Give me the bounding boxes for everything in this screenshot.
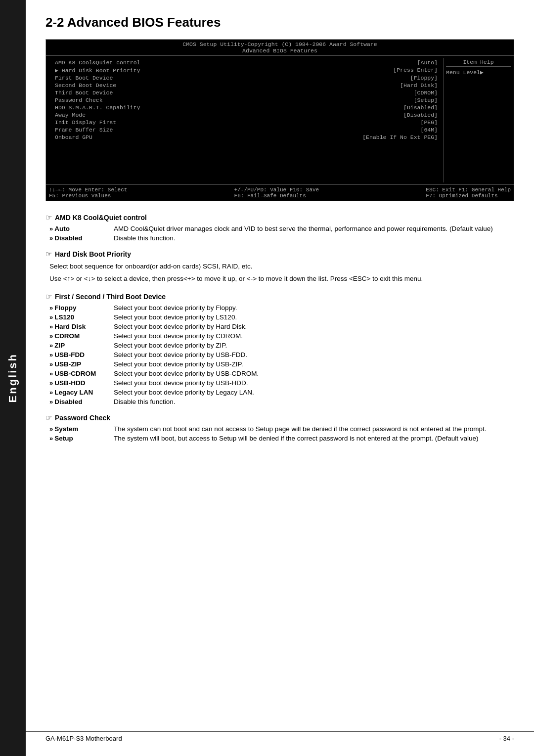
item-key: ZIP bbox=[49, 342, 114, 349]
item-val: The system will boot, but access to Setu… bbox=[114, 435, 514, 442]
bios-footer-line2-mid: F6: Fail-Safe Defaults bbox=[234, 193, 319, 199]
item-row: FloppySelect your boot device priority b… bbox=[49, 304, 514, 311]
section-boot-device: First / Second / Third Boot Device Flopp… bbox=[45, 292, 514, 405]
bios-footer: ↑↓→←: Move Enter: Select F5: Previous Va… bbox=[46, 184, 514, 201]
item-key: USB-CDROM bbox=[49, 370, 114, 377]
bios-row: HDD S.M.A.R.T. Capability[Disabled] bbox=[51, 104, 440, 111]
bios-footer-col3: ESC: Exit F1: General Help F7: Optimized… bbox=[426, 187, 511, 199]
item-key: Setup bbox=[49, 435, 114, 442]
item-row: CDROMSelect your boot device priority by… bbox=[49, 332, 514, 340]
bios-row-value: [Enable If No Ext PEG] bbox=[362, 134, 440, 140]
bios-header-line2: Advanced BIOS Features bbox=[46, 47, 514, 54]
bios-row: Password Check[Setup] bbox=[51, 96, 440, 104]
bios-header: CMOS Setup Utility-Copyright (C) 1984-20… bbox=[46, 40, 514, 56]
bios-row-label: HDD S.M.A.R.T. Capability bbox=[51, 104, 140, 111]
bios-row-value: [Setup] bbox=[414, 97, 440, 103]
item-key: USB-HDD bbox=[49, 379, 114, 387]
item-val: Select your boot device priority by USB-… bbox=[114, 360, 514, 368]
bios-row: Away Mode[Disabled] bbox=[51, 111, 440, 119]
bios-row-label: First Boot Device bbox=[51, 75, 113, 81]
bios-row: Second Boot Device[Hard Disk] bbox=[51, 82, 440, 89]
item-key: LS120 bbox=[49, 313, 114, 321]
item-val: AMD Cool&Quiet driver manages clock and … bbox=[114, 225, 514, 232]
item-val: Select your boot device priority by ZIP. bbox=[114, 342, 514, 349]
bios-row: Frame Buffer Size[64M] bbox=[51, 126, 440, 133]
item-key: Floppy bbox=[49, 304, 114, 311]
item-val: Select your boot device priority by LS12… bbox=[114, 313, 514, 321]
item-key: Legacy LAN bbox=[49, 389, 114, 396]
item-row: USB-ZIPSelect your boot device priority … bbox=[49, 360, 514, 368]
item-val: Select your boot device priority by USB-… bbox=[114, 379, 514, 387]
bios-row-value: [Auto] bbox=[417, 59, 440, 66]
section-title-hard-disk-boot: Hard Disk Boot Priority bbox=[45, 250, 514, 259]
item-val: Select your boot device priority by USB-… bbox=[114, 351, 514, 358]
item-row: DisabledDisable this function. bbox=[49, 234, 514, 242]
bios-row-label: Hard Disk Boot Priority bbox=[51, 67, 140, 74]
item-row: USB-CDROMSelect your boot device priorit… bbox=[49, 370, 514, 377]
bios-row: Onboard GPU[Enable If No Ext PEG] bbox=[51, 133, 440, 141]
item-key: System bbox=[49, 425, 114, 433]
section-body-boot-device: FloppySelect your boot device priority b… bbox=[49, 304, 514, 405]
bios-body: AMD K8 Cool&Quiet control[Auto]Hard Disk… bbox=[46, 56, 514, 184]
item-row: Legacy LANSelect your boot device priori… bbox=[49, 389, 514, 396]
bios-row-value: [CDROM] bbox=[414, 89, 440, 96]
item-val: Select your boot device priority by USB-… bbox=[114, 370, 514, 377]
bios-row: Init Display First[PEG] bbox=[51, 119, 440, 126]
bios-right-panel: Item Help Menu Level▶ bbox=[444, 58, 513, 182]
item-key: USB-ZIP bbox=[49, 360, 114, 368]
bios-item-help-title: Item Help bbox=[446, 59, 511, 67]
bios-footer-line1-mid: +/-/PU/PD: Value F10: Save bbox=[234, 187, 319, 193]
bios-footer-line2-right: F7: Optimized Defaults bbox=[426, 193, 511, 199]
bios-row-value: [Disabled] bbox=[403, 112, 440, 118]
bios-row-value: [Press Enter] bbox=[393, 67, 440, 74]
item-val: Disable this function. bbox=[114, 398, 514, 405]
footer-left: GA-M61P-S3 Motherboard bbox=[45, 735, 122, 742]
item-row: AutoAMD Cool&Quiet driver manages clock … bbox=[49, 225, 514, 232]
bios-row-label: Second Boot Device bbox=[51, 82, 116, 89]
item-key: USB-FDD bbox=[49, 351, 114, 358]
bios-item-help-text: Menu Level▶ bbox=[446, 69, 511, 76]
item-val: Select your boot device priority by Lega… bbox=[114, 389, 514, 396]
item-row: DisabledDisable this function. bbox=[49, 398, 514, 405]
item-row: LS120Select your boot device priority by… bbox=[49, 313, 514, 321]
item-row: ZIPSelect your boot device priority by Z… bbox=[49, 342, 514, 349]
bios-row-value: [64M] bbox=[420, 127, 440, 133]
item-key: Auto bbox=[49, 225, 114, 232]
bios-row-label: AMD K8 Cool&Quiet control bbox=[51, 59, 140, 66]
bios-screenshot: CMOS Setup Utility-Copyright (C) 1984-20… bbox=[45, 39, 514, 201]
bios-footer-col2: +/-/PU/PD: Value F10: Save F6: Fail-Safe… bbox=[234, 187, 319, 199]
item-val: Disable this function. bbox=[114, 234, 514, 242]
bios-footer-col1: ↑↓→←: Move Enter: Select F5: Previous Va… bbox=[49, 187, 127, 199]
page-title: 2-2 Advanced BIOS Features bbox=[45, 15, 514, 30]
bios-footer-line1-left: ↑↓→←: Move Enter: Select bbox=[49, 187, 127, 193]
item-key: Hard Disk bbox=[49, 323, 114, 330]
sidebar: English bbox=[0, 0, 26, 756]
section-body-amd-k8: AutoAMD Cool&Quiet driver manages clock … bbox=[49, 225, 514, 242]
item-key: CDROM bbox=[49, 332, 114, 340]
bios-row-value: [PEG] bbox=[420, 119, 440, 126]
bios-row: AMD K8 Cool&Quiet control[Auto] bbox=[51, 59, 440, 66]
section-body-hard-disk-boot: Select boot sequence for onboard(or add-… bbox=[49, 262, 514, 284]
item-row: USB-HDDSelect your boot device priority … bbox=[49, 379, 514, 387]
bios-row: Hard Disk Boot Priority[Press Enter] bbox=[51, 66, 440, 74]
bios-row-label: Init Display First bbox=[51, 119, 116, 126]
item-row: SetupThe system will boot, but access to… bbox=[49, 435, 514, 442]
item-key: Disabled bbox=[49, 398, 114, 405]
bios-row: First Boot Device[Floppy] bbox=[51, 74, 440, 82]
page-footer: GA-M61P-S3 Motherboard - 34 - bbox=[26, 731, 534, 742]
section-title-password-check: Password Check bbox=[45, 413, 514, 422]
footer-right: - 34 - bbox=[499, 735, 514, 742]
bios-row-value: [Floppy] bbox=[410, 75, 440, 81]
section-title-amd-k8: AMD K8 Cool&Quiet control bbox=[45, 213, 514, 222]
bios-row-label: Frame Buffer Size bbox=[51, 127, 113, 133]
item-key: Disabled bbox=[49, 234, 114, 242]
item-val: Select your boot device priority by CDRO… bbox=[114, 332, 514, 340]
section-password-check: Password Check SystemThe system can not … bbox=[45, 413, 514, 442]
bios-row-label: Third Boot Device bbox=[51, 89, 113, 96]
section-para: Select boot sequence for onboard(or add-… bbox=[49, 262, 514, 271]
section-body-password-check: SystemThe system can not boot and can no… bbox=[49, 425, 514, 442]
bios-row: Third Boot Device[CDROM] bbox=[51, 89, 440, 96]
item-row: Hard DiskSelect your boot device priorit… bbox=[49, 323, 514, 330]
bios-row-value: [Disabled] bbox=[403, 104, 440, 111]
section-title-boot-device: First / Second / Third Boot Device bbox=[45, 292, 514, 301]
